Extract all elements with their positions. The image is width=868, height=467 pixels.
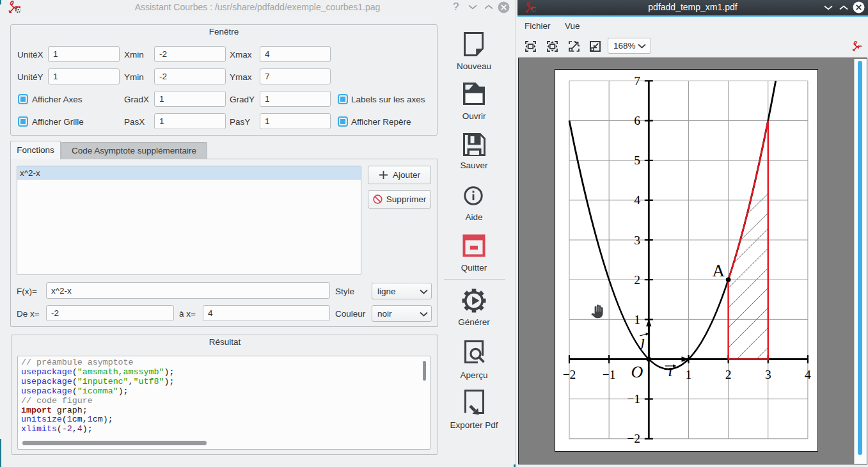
svg-text:7: 7: [634, 74, 640, 88]
svg-text:5: 5: [634, 154, 640, 167]
svg-text:O: O: [631, 363, 643, 381]
svg-text:4: 4: [634, 193, 640, 207]
svg-text:2: 2: [725, 368, 732, 381]
svg-text:6: 6: [634, 114, 640, 127]
svg-text:−2: −2: [627, 432, 640, 445]
svg-text:ı: ı: [668, 361, 673, 380]
svg-text:1: 1: [634, 313, 640, 326]
svg-text:−2: −2: [563, 368, 576, 381]
svg-text:A: A: [713, 261, 725, 280]
svg-text:3: 3: [765, 368, 771, 381]
svg-text:1: 1: [686, 368, 692, 381]
svg-text:−1: −1: [603, 368, 616, 381]
svg-text:−1: −1: [627, 392, 640, 406]
svg-text:3: 3: [634, 234, 640, 247]
svg-text:4: 4: [805, 368, 811, 381]
svg-text:2: 2: [634, 273, 640, 287]
